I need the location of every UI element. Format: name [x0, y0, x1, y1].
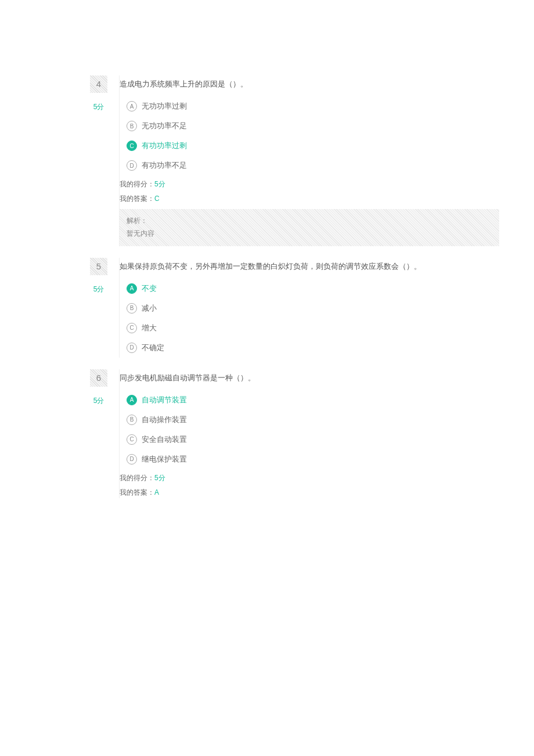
question-text: 造成电力系统频率上升的原因是（）。 — [120, 75, 499, 93]
my-answer-line: 我的答案：A — [120, 487, 499, 498]
option-row[interactable]: A不变 — [127, 279, 499, 298]
option-text: 不变 — [142, 283, 157, 294]
option-text: 无功功率不足 — [142, 121, 187, 131]
question-number: 4 — [90, 75, 107, 93]
my-score-line: 我的得分：5分 — [120, 179, 499, 190]
question-sidebar: 65分 — [90, 369, 119, 498]
question-score-label: 5分 — [90, 285, 107, 294]
my-answer-label: 我的答案： — [120, 195, 154, 203]
option-text: 自动操作装置 — [142, 415, 187, 425]
my-score-value: 5分 — [154, 474, 165, 482]
option-row[interactable]: C安全自动装置 — [127, 430, 499, 449]
options-list: A无功功率过剩B无功功率不足C有功功率过剩D有功功率不足 — [120, 93, 499, 175]
options-list: A自动调节装置B自动操作装置C安全自动装置D继电保护装置 — [120, 387, 499, 469]
option-row[interactable]: D继电保护装置 — [127, 449, 499, 469]
option-letter-badge: D — [127, 454, 137, 465]
option-letter-badge: C — [127, 434, 137, 445]
question-number: 6 — [90, 369, 107, 387]
question-score-label: 5分 — [90, 396, 107, 406]
question-block: 65分同步发电机励磁自动调节器是一种（）。A自动调节装置B自动操作装置C安全自动… — [0, 369, 534, 498]
question-number: 5 — [90, 258, 107, 275]
option-row[interactable]: A无功功率过剩 — [127, 96, 499, 116]
my-answer-value: C — [154, 195, 160, 203]
option-letter-badge: D — [127, 160, 137, 171]
option-letter-badge: A — [127, 101, 137, 111]
option-letter-badge: B — [127, 415, 137, 425]
option-letter-badge: B — [127, 121, 137, 131]
option-row[interactable]: D不确定 — [127, 338, 499, 358]
option-letter-badge: D — [127, 343, 137, 353]
explain-body: 暂无内容 — [127, 228, 492, 240]
option-row[interactable]: C增大 — [127, 318, 499, 338]
question-sidebar: 45分 — [90, 75, 119, 246]
my-answer-line: 我的答案：C — [120, 193, 499, 204]
option-row[interactable]: B无功功率不足 — [127, 116, 499, 136]
option-row[interactable]: D有功功率不足 — [127, 156, 499, 175]
my-answer-value: A — [154, 488, 159, 496]
explain-box: 解析：暂无内容 — [120, 209, 499, 246]
option-text: 不确定 — [142, 343, 164, 353]
option-text: 增大 — [142, 323, 157, 333]
question-text: 同步发电机励磁自动调节器是一种（）。 — [120, 369, 499, 387]
question-text: 如果保持原负荷不变，另外再增加一定数量的白炽灯负荷，则负荷的调节效应系数会（）。 — [120, 258, 499, 275]
option-row[interactable]: B减小 — [127, 298, 499, 318]
question-content: 造成电力系统频率上升的原因是（）。A无功功率过剩B无功功率不足C有功功率过剩D有… — [119, 75, 534, 246]
option-text: 继电保护装置 — [142, 454, 187, 465]
question-content: 同步发电机励磁自动调节器是一种（）。A自动调节装置B自动操作装置C安全自动装置D… — [119, 369, 534, 498]
question-block: 55分如果保持原负荷不变，另外再增加一定数量的白炽灯负荷，则负荷的调节效应系数会… — [0, 258, 534, 358]
question-sidebar: 55分 — [90, 258, 119, 358]
option-letter-badge: B — [127, 303, 137, 314]
option-letter-badge: A — [127, 395, 137, 405]
option-text: 有功功率过剩 — [142, 141, 187, 151]
option-letter-badge: A — [127, 283, 137, 294]
option-text: 无功功率过剩 — [142, 101, 187, 111]
my-score-value: 5分 — [154, 180, 165, 188]
option-letter-badge: C — [127, 141, 137, 151]
explain-title: 解析： — [127, 215, 492, 228]
option-row[interactable]: A自动调节装置 — [127, 390, 499, 410]
question-block: 45分造成电力系统频率上升的原因是（）。A无功功率过剩B无功功率不足C有功功率过… — [0, 75, 534, 246]
option-letter-badge: C — [127, 323, 137, 333]
option-text: 减小 — [142, 303, 157, 314]
option-text: 自动调节装置 — [142, 395, 187, 405]
option-row[interactable]: B自动操作装置 — [127, 410, 499, 430]
my-answer-label: 我的答案： — [120, 488, 154, 496]
my-score-line: 我的得分：5分 — [120, 473, 499, 484]
options-list: A不变B减小C增大D不确定 — [120, 275, 499, 358]
my-score-label: 我的得分： — [120, 474, 154, 482]
question-score-label: 5分 — [90, 102, 107, 112]
question-content: 如果保持原负荷不变，另外再增加一定数量的白炽灯负荷，则负荷的调节效应系数会（）。… — [119, 258, 534, 358]
option-row[interactable]: C有功功率过剩 — [127, 136, 499, 156]
my-score-label: 我的得分： — [120, 180, 154, 188]
option-text: 有功功率不足 — [142, 160, 187, 171]
option-text: 安全自动装置 — [142, 434, 187, 445]
